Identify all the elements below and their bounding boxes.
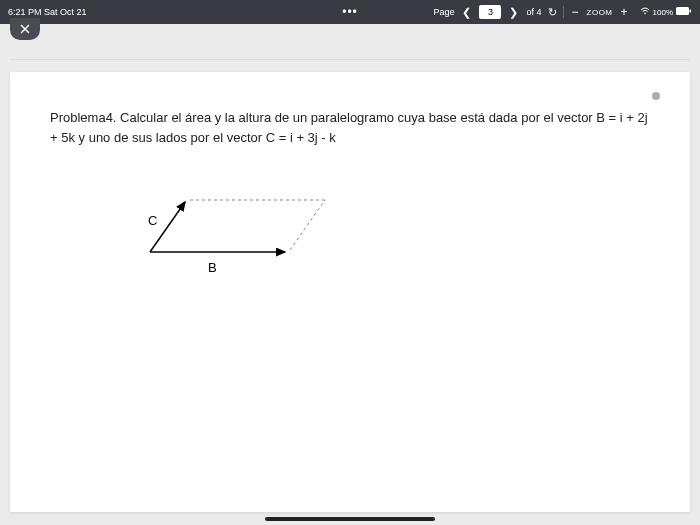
- svg-rect-2: [690, 10, 692, 13]
- battery-icon: [676, 7, 692, 17]
- prev-page-button[interactable]: ❮: [460, 6, 473, 19]
- more-icon[interactable]: •••: [342, 5, 358, 19]
- home-indicator[interactable]: [265, 517, 435, 521]
- page-marker-dot: [652, 92, 660, 100]
- svg-rect-1: [676, 7, 689, 15]
- svg-point-0: [644, 13, 646, 15]
- battery-percent: 100%: [653, 8, 673, 17]
- separator: [10, 59, 690, 60]
- close-button[interactable]: [10, 18, 40, 40]
- zoom-label: ZOOM: [587, 8, 613, 17]
- refresh-icon[interactable]: ↻: [548, 6, 557, 19]
- zoom-out-button[interactable]: −: [570, 5, 581, 19]
- page-label: Page: [433, 7, 454, 17]
- top-toolbar: 6:21 PM Sat Oct 21 ••• Page ❮ ❯ of 4 ↻ −…: [0, 0, 700, 24]
- divider: [563, 6, 564, 18]
- next-page-button[interactable]: ❯: [507, 6, 520, 19]
- wifi-icon: [640, 7, 650, 17]
- content-area: Problema4. Calcular el área y la altura …: [0, 24, 700, 525]
- svg-line-6: [290, 200, 325, 250]
- problem-text: Problema4. Calcular el área y la altura …: [50, 108, 650, 147]
- page-total-label: of 4: [526, 7, 541, 17]
- label-c: C: [148, 213, 157, 228]
- label-b: B: [208, 260, 217, 275]
- status-time: 6:21 PM Sat Oct 21: [8, 7, 87, 17]
- page-number-input[interactable]: [479, 5, 501, 19]
- parallelogram-diagram: C B: [130, 187, 650, 281]
- zoom-in-button[interactable]: +: [619, 5, 630, 19]
- document-page: Problema4. Calcular el área y la altura …: [10, 72, 690, 512]
